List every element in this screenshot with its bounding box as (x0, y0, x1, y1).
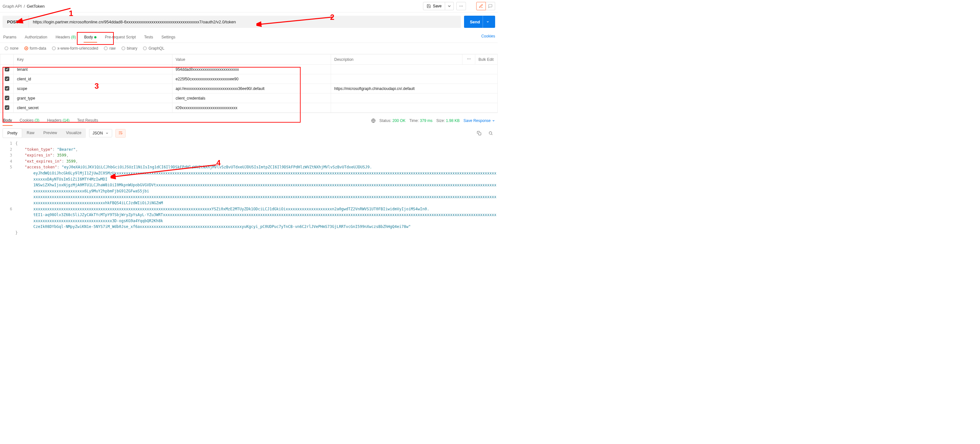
tab-tests[interactable]: Tests (143, 32, 154, 43)
copy-icon (477, 131, 481, 135)
resp-tab-headers[interactable]: Headers (14) (46, 116, 70, 126)
col-key: Key (14, 54, 172, 65)
row-checkbox[interactable] (5, 76, 9, 81)
row-key[interactable]: client_secret (14, 103, 172, 113)
row-value[interactable]: 954ddad8xxxxxxxxxxxxxxxxxxxxxxxx (172, 65, 331, 74)
response-time: 379 ms (420, 119, 432, 123)
body-type-x-www[interactable]: x-www-form-urlencoded (52, 46, 98, 51)
resp-tab-test-results[interactable]: Test Results (76, 116, 99, 126)
tab-headers[interactable]: Headers (8) (55, 32, 76, 43)
method-label: POST (7, 19, 18, 24)
body-type-none[interactable]: none (5, 46, 19, 51)
chevron-down-icon (21, 20, 24, 23)
resp-tab-body[interactable]: Body (3, 116, 13, 126)
body-type-raw[interactable]: raw (104, 46, 115, 51)
col-more[interactable] (463, 54, 475, 65)
breadcrumb-sep: / (24, 4, 25, 9)
response-body-viewer[interactable]: 12345 6 { "token_type": "Bearer", "expir… (0, 141, 498, 238)
row-desc[interactable]: https://microsoftgraph.chinacloudapi.cn/… (331, 84, 498, 94)
edit-button[interactable] (476, 2, 486, 10)
wrap-icon (118, 131, 123, 135)
bulk-edit-button[interactable]: Bulk Edit (475, 54, 498, 65)
chevron-down-icon (447, 4, 452, 8)
search-icon (488, 131, 493, 135)
table-row: tenant954ddad8xxxxxxxxxxxxxxxxxxxxxxxx (0, 65, 498, 74)
save-response-button[interactable]: Save Response (463, 119, 495, 123)
response-size: 1.98 KB (446, 119, 460, 123)
save-icon (426, 4, 431, 8)
method-select[interactable]: POST (3, 16, 29, 28)
row-key[interactable]: client_id (14, 74, 172, 84)
body-type-form-data[interactable]: form-data (24, 46, 46, 51)
chevron-down-icon (105, 132, 109, 135)
globe-icon (371, 119, 375, 123)
row-key[interactable]: grant_type (14, 94, 172, 103)
copy-response-button[interactable] (475, 129, 484, 137)
cookies-link[interactable]: Cookies (481, 34, 495, 41)
status-code: 200 OK (393, 119, 406, 123)
body-dirty-dot (94, 36, 97, 38)
dots-icon (459, 4, 463, 8)
svg-point-5 (470, 59, 471, 59)
tab-body[interactable]: Body (84, 32, 97, 43)
row-value[interactable]: e225f50cxxxxxxxxxxxxxxxxxxxxee90 (172, 74, 331, 84)
row-value[interactable]: api://exxxxxxxxxxxxxxxxxxxxxxxxxxx36ee90… (172, 84, 331, 94)
table-row: scopeapi://exxxxxxxxxxxxxxxxxxxxxxxxxxx3… (0, 84, 498, 94)
row-checkbox[interactable] (5, 86, 9, 90)
col-desc: Description (331, 54, 463, 65)
col-value: Value (172, 54, 331, 65)
table-row: client_secretiO9xxxxxxxxxxxxxxxxxxxxxxxx… (0, 103, 498, 113)
chevron-down-icon (486, 20, 489, 23)
chevron-down-icon (492, 119, 495, 122)
send-label: Send (470, 19, 480, 24)
svg-point-2 (462, 6, 463, 6)
svg-line-11 (492, 134, 493, 135)
svg-point-4 (468, 59, 469, 59)
tab-params[interactable]: Params (3, 32, 17, 43)
resp-tab-cookies[interactable]: Cookies (3) (19, 116, 40, 126)
wrap-lines-button[interactable] (115, 129, 126, 138)
pencil-icon (479, 4, 483, 8)
body-type-binary[interactable]: binary (121, 46, 137, 51)
more-options-button[interactable] (457, 2, 466, 10)
breadcrumb: Graph API / GetToken (3, 4, 45, 9)
search-response-button[interactable] (486, 129, 495, 137)
body-type-graphql[interactable]: GraphQL (143, 46, 164, 51)
breadcrumb-collection[interactable]: Graph API (3, 4, 22, 9)
svg-point-3 (467, 59, 468, 59)
url-input[interactable] (29, 16, 461, 28)
viewer-tab-pretty[interactable]: Pretty (3, 128, 22, 138)
comment-button[interactable] (486, 2, 495, 10)
row-desc[interactable] (331, 74, 498, 84)
tab-authorization[interactable]: Authorization (24, 32, 48, 43)
save-chevron-button[interactable] (445, 2, 454, 10)
svg-point-10 (489, 132, 492, 134)
save-label: Save (433, 4, 442, 8)
format-select[interactable]: JSON (89, 129, 112, 137)
breadcrumb-request: GetToken (27, 4, 45, 9)
dots-icon (467, 57, 471, 61)
viewer-tab-visualize[interactable]: Visualize (62, 128, 86, 138)
row-value[interactable]: client_credentials (172, 94, 331, 103)
row-desc[interactable] (331, 65, 498, 74)
row-desc[interactable] (331, 103, 498, 113)
comment-icon (488, 4, 493, 8)
svg-point-0 (460, 6, 460, 6)
row-value[interactable]: iO9xxxxxxxxxxxxxxxxxxxxxxxxxxxxx (172, 103, 331, 113)
table-row: client_ide225f50cxxxxxxxxxxxxxxxxxxxxee9… (0, 74, 498, 84)
row-desc[interactable] (331, 94, 498, 103)
svg-rect-9 (479, 133, 481, 135)
row-key[interactable]: tenant (14, 65, 172, 74)
row-key[interactable]: scope (14, 84, 172, 94)
row-checkbox[interactable] (5, 67, 9, 71)
row-checkbox[interactable] (5, 96, 9, 100)
send-button[interactable]: Send (464, 16, 495, 28)
save-button[interactable]: Save (423, 2, 445, 10)
svg-point-1 (461, 6, 461, 6)
headers-count: (8) (71, 35, 76, 40)
viewer-tab-raw[interactable]: Raw (22, 128, 39, 138)
viewer-tab-preview[interactable]: Preview (39, 128, 62, 138)
tab-settings[interactable]: Settings (161, 32, 176, 43)
row-checkbox[interactable] (5, 105, 9, 110)
tab-prerequest[interactable]: Pre-request Script (104, 32, 137, 43)
